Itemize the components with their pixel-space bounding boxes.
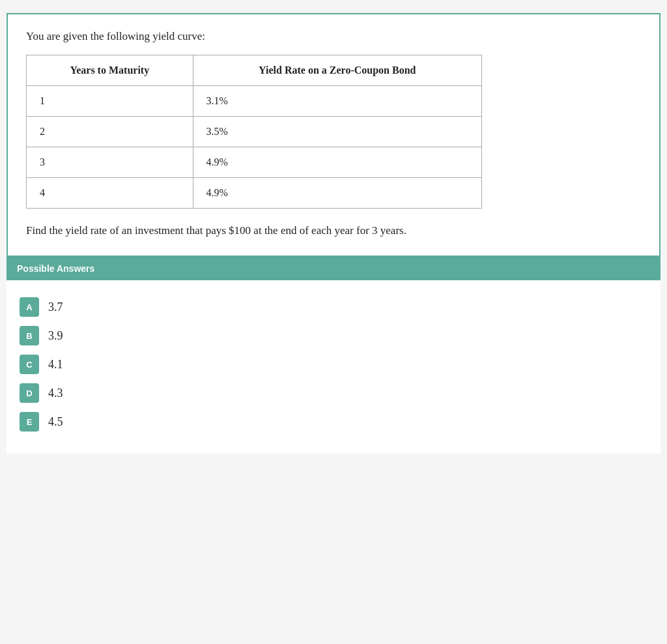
- table-row: 23.5%: [27, 117, 482, 147]
- year-cell: 1: [27, 86, 193, 117]
- answer-item[interactable]: C4.1: [20, 355, 647, 374]
- yield-table: Years to Maturity Yield Rate on a Zero-C…: [26, 55, 482, 209]
- answers-header: Possible Answers: [7, 257, 660, 280]
- year-cell: 2: [27, 117, 193, 147]
- answer-item[interactable]: A3.7: [20, 297, 647, 317]
- answer-item[interactable]: D4.3: [20, 383, 647, 403]
- answer-badge: A: [20, 297, 39, 317]
- answers-section: Possible Answers A3.7B3.9C4.1D4.3E4.5: [7, 257, 660, 454]
- rate-cell: 4.9%: [193, 178, 481, 209]
- answer-badge: E: [20, 412, 39, 432]
- rate-cell: 4.9%: [193, 147, 481, 178]
- rate-cell: 3.5%: [193, 117, 481, 147]
- answer-value: 3.9: [48, 329, 63, 343]
- year-cell: 3: [27, 147, 193, 178]
- answers-body: A3.7B3.9C4.1D4.3E4.5: [7, 280, 660, 454]
- answer-value: 4.5: [48, 415, 63, 429]
- answer-value: 3.7: [48, 300, 63, 314]
- answer-badge: B: [20, 326, 39, 345]
- table-row: 34.9%: [27, 147, 482, 178]
- table-row: 44.9%: [27, 178, 482, 209]
- answer-value: 4.1: [48, 358, 63, 372]
- answer-badge: C: [20, 355, 39, 374]
- year-cell: 4: [27, 178, 193, 209]
- intro-text: You are given the following yield curve:: [26, 30, 641, 43]
- col2-header: Yield Rate on a Zero-Coupon Bond: [193, 55, 481, 86]
- find-text: Find the yield rate of an investment tha…: [26, 224, 641, 237]
- answer-item[interactable]: B3.9: [20, 326, 647, 345]
- answer-value: 4.3: [48, 387, 63, 400]
- table-row: 13.1%: [27, 86, 482, 117]
- col1-header: Years to Maturity: [27, 55, 193, 86]
- rate-cell: 3.1%: [193, 86, 481, 117]
- answer-item[interactable]: E4.5: [20, 412, 647, 432]
- question-container: You are given the following yield curve:…: [7, 13, 660, 257]
- answer-badge: D: [20, 383, 39, 403]
